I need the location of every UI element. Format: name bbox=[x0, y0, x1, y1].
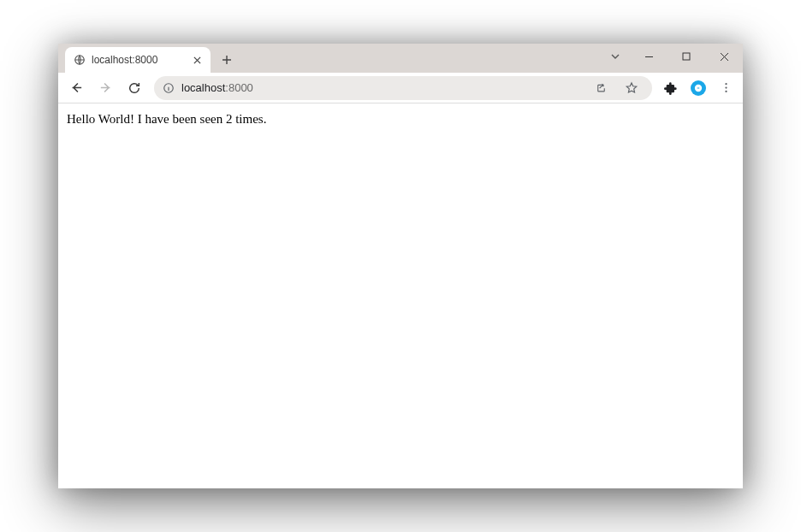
globe-icon bbox=[74, 54, 86, 66]
browser-window: localhost:8000 bbox=[58, 44, 743, 488]
maximize-button[interactable] bbox=[668, 44, 705, 69]
titlebar: localhost:8000 bbox=[58, 44, 743, 73]
url-host: localhost bbox=[181, 81, 225, 94]
svg-point-5 bbox=[725, 91, 727, 92]
new-tab-button[interactable] bbox=[216, 49, 238, 71]
page-content: Hello World! I have been seen 2 times. bbox=[58, 103, 743, 488]
close-tab-button[interactable] bbox=[190, 53, 204, 67]
minimize-button[interactable] bbox=[630, 44, 668, 69]
url-text: localhost:8000 bbox=[181, 81, 253, 94]
share-icon[interactable] bbox=[589, 76, 613, 100]
menu-button[interactable] bbox=[714, 76, 738, 100]
site-info-icon[interactable] bbox=[163, 82, 175, 94]
browser-tab[interactable]: localhost:8000 bbox=[65, 47, 211, 73]
toolbar: localhost:8000 bbox=[58, 73, 743, 103]
extensions-icon[interactable] bbox=[659, 76, 683, 100]
extension-badge-icon[interactable] bbox=[686, 76, 710, 100]
tab-title: localhost:8000 bbox=[92, 54, 184, 66]
window-controls bbox=[601, 44, 743, 69]
address-bar[interactable]: localhost:8000 bbox=[154, 76, 652, 100]
url-port: :8000 bbox=[225, 81, 253, 94]
reload-button[interactable] bbox=[122, 75, 147, 101]
chevron-down-icon[interactable] bbox=[601, 44, 630, 69]
page-body-text: Hello World! I have been seen 2 times. bbox=[67, 112, 266, 126]
close-window-button[interactable] bbox=[705, 44, 743, 69]
bookmark-star-icon[interactable] bbox=[620, 76, 644, 100]
back-button[interactable] bbox=[63, 75, 89, 101]
forward-button[interactable] bbox=[92, 75, 118, 101]
svg-point-4 bbox=[725, 86, 727, 88]
svg-rect-1 bbox=[683, 53, 690, 60]
svg-point-3 bbox=[725, 83, 727, 85]
